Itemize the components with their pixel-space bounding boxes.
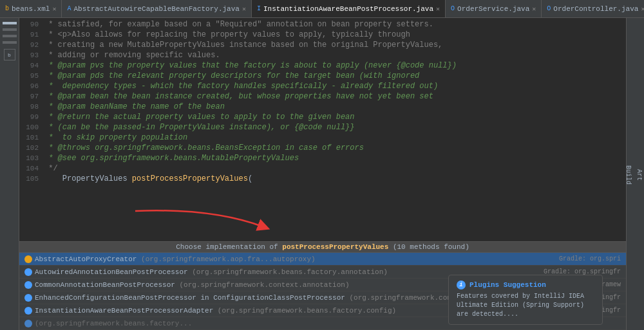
code-line-102: 102 * @throws org.springframework.beans.… — [19, 143, 626, 153]
code-line-92: 92 * creating a new MutablePropertyValue… — [19, 40, 626, 50]
impl-icon-4 — [24, 307, 32, 315]
code-area: 90 * satisfied, for example based on a "… — [19, 18, 626, 330]
instantiation-file-icon: I — [257, 5, 261, 12]
code-line-105: 105 PropertyValues postProcessPropertyVa… — [19, 174, 626, 184]
tab-beans[interactable]: b beans.xml ✕ — [0, 0, 62, 18]
sidebar-item-2[interactable] — [3, 28, 17, 31]
code-line-101: 101 * to skip property population — [19, 133, 626, 143]
code-line-98: 98 * @param beanName the name of the bea… — [19, 102, 626, 112]
beans-file-icon: b — [5, 5, 9, 12]
tab-instantiation[interactable]: I InstantiationAwareBeanPostProcessor.ja… — [252, 0, 446, 18]
impl-icon-1 — [24, 268, 32, 276]
tab-order[interactable]: O OrderService.java ✕ — [446, 0, 542, 18]
controller-file-icon: O — [547, 5, 551, 12]
impl-icon-0 — [24, 255, 32, 263]
popup-header: Choose implementation of postProcessProp… — [19, 242, 626, 253]
tab-controller[interactable]: O OrderController.java ✕ — [542, 0, 644, 18]
code-line-95: 95 * @param pds the relevant property de… — [19, 71, 626, 81]
code-line-100: 100 * (can be the passed-in PropertyValu… — [19, 122, 626, 133]
code-line-103: 103 * @see org.springframework.beans.Mut… — [19, 153, 626, 163]
order-file-icon: O — [451, 5, 455, 12]
code-line-91: 91 * <p>Also allows for replacing the pr… — [19, 30, 626, 40]
left-sidebar: b — [0, 18, 19, 330]
tab-close-beans[interactable]: ✕ — [52, 5, 56, 13]
impl-icon-2 — [24, 281, 32, 289]
sidebar-item-4[interactable] — [3, 41, 17, 44]
info-icon: i — [457, 280, 466, 289]
impl-icon-3 — [24, 294, 32, 302]
code-line-97: 97 * @param bean the bean instance creat… — [19, 91, 626, 102]
impl-icon-5 — [24, 320, 32, 327]
bookmark-icon[interactable]: b — [4, 49, 15, 60]
code-line-99: 99 * @return the actual property values … — [19, 112, 626, 122]
right-sidebar: Art Build Gradle Maven — [626, 18, 644, 330]
tab-abstract[interactable]: A AbstractAutowireCapableBeanFactory.jav… — [62, 0, 252, 18]
abstract-file-icon: A — [67, 5, 71, 12]
popup-method-name: postProcessPropertyValues — [282, 243, 388, 251]
sidebar-item-1[interactable] — [3, 22, 17, 24]
code-line-96: 96 * dependency types - which the factor… — [19, 81, 626, 91]
main-layout: b 90 * satisfied, for example based on a… — [0, 18, 644, 330]
tab-close-instantiation[interactable]: ✕ — [436, 5, 440, 13]
tab-close-abstract[interactable]: ✕ — [242, 5, 246, 13]
plugin-suggestion[interactable]: i Plugins Suggestion Features covered by… — [448, 275, 603, 325]
sidebar-item-3[interactable] — [3, 35, 17, 37]
code-line-104: 104 */ — [19, 163, 626, 174]
plugin-suggestion-title: Plugins Suggestion — [469, 281, 546, 289]
code-line-90: 90 * satisfied, for example based on a "… — [19, 19, 626, 30]
code-line-94: 94 * @param pvs the property values that… — [19, 60, 626, 71]
impl-module-0: Gradle: org.spri — [559, 255, 621, 262]
tab-close-order[interactable]: ✕ — [532, 5, 536, 13]
plugin-suggestion-text: Features covered by IntelliJ IDEA Ultima… — [457, 292, 594, 319]
tab-bar: b beans.xml ✕ A AbstractAutowireCapableB… — [0, 0, 644, 18]
impl-item-0[interactable]: AbstractAutoProxyCreator (org.springfram… — [19, 253, 626, 266]
code-line-93: 93 * adding or removing specific values. — [19, 50, 626, 60]
right-panel-art[interactable]: Art — [634, 167, 644, 183]
tab-close-controller[interactable]: ✕ — [641, 5, 644, 13]
